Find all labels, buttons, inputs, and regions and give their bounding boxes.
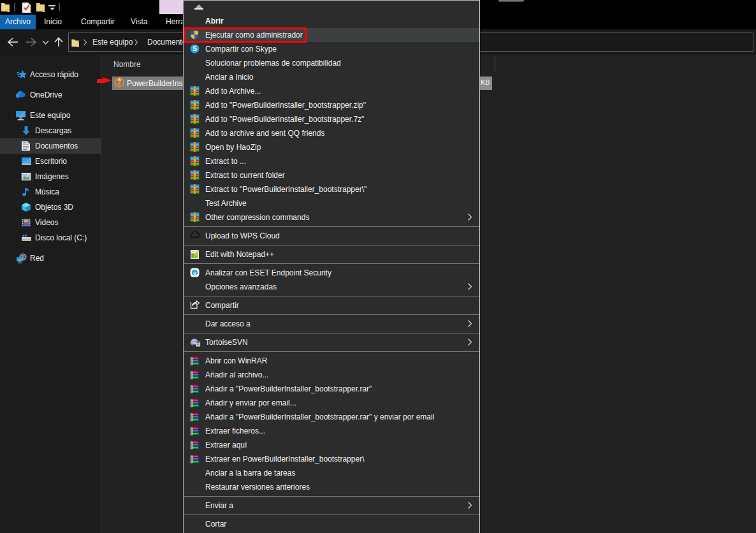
svg-text:A: A (119, 78, 121, 82)
svg-text:e: e (193, 270, 196, 276)
svg-text:S: S (193, 45, 197, 52)
